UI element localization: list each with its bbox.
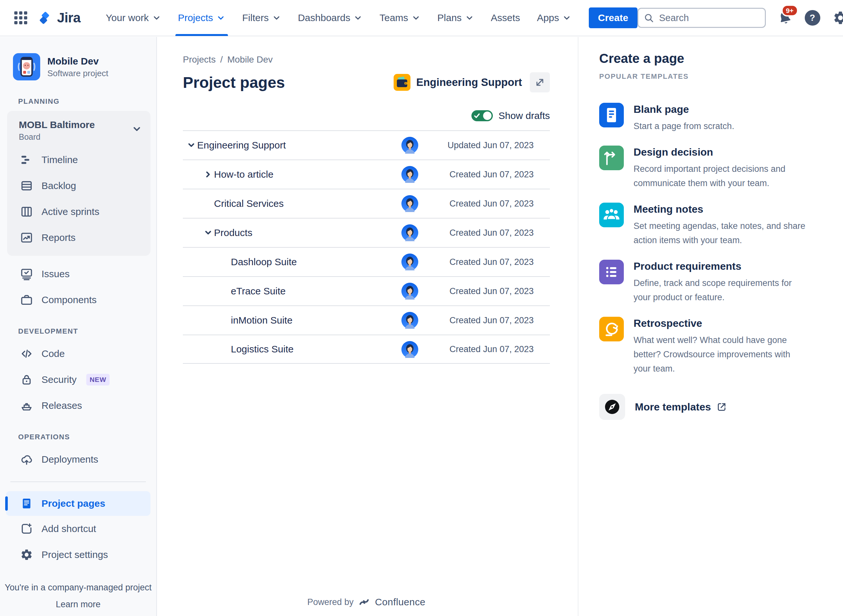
template-product-requirements[interactable]: Product requirements Define, track and s…: [599, 260, 824, 304]
template-title: Retrospective: [633, 317, 806, 330]
show-drafts-toggle[interactable]: [471, 110, 493, 121]
sidebar-item-active-sprints[interactable]: Active sprints: [7, 199, 151, 225]
help-button[interactable]: ?: [805, 10, 820, 26]
new-badge: NEW: [86, 374, 109, 386]
sidebar-divider: [10, 481, 146, 482]
nav-teams[interactable]: Teams: [371, 0, 429, 36]
page-row[interactable]: Dashloop Suite Created Jun 07, 2023: [183, 247, 550, 276]
chevron-down-icon: [272, 13, 281, 22]
sidebar-item-issues[interactable]: Issues: [0, 261, 156, 287]
meeting-notes-icon: [599, 202, 624, 227]
page-name[interactable]: How-to article: [214, 169, 273, 180]
template-list: Blank page Start a page from scratch. De…: [599, 103, 824, 376]
sidebar-item-reports[interactable]: Reports: [7, 225, 151, 251]
nav-assets[interactable]: Assets: [482, 0, 528, 36]
sidebar-item-components[interactable]: Components: [0, 287, 156, 313]
project-sidebar: Mobile Dev Software project PLANNING MOB…: [0, 37, 157, 616]
switch-space-button[interactable]: [530, 72, 550, 92]
template-meeting-notes[interactable]: Meeting notes Set meeting agendas, take …: [599, 202, 824, 247]
lock-icon: [20, 373, 33, 386]
page-author-avatar: [402, 312, 418, 329]
create-button[interactable]: Create: [589, 7, 637, 28]
settings-button[interactable]: [833, 10, 843, 26]
chevron-down-icon: [562, 13, 571, 22]
backlog-icon: [20, 179, 33, 192]
sidebar-item-project-pages[interactable]: Project pages: [6, 491, 151, 516]
nav-apps[interactable]: Apps: [528, 0, 580, 36]
chevron-down-icon[interactable]: [186, 140, 196, 150]
page-date: Created Jun 07, 2023: [449, 199, 534, 209]
nav-your-work[interactable]: Your work: [97, 0, 169, 36]
create-page-panel: Create a page POPULAR TEMPLATES Blank pa…: [578, 37, 843, 616]
page-name[interactable]: Engineering Support: [197, 140, 286, 151]
nav-plans[interactable]: Plans: [429, 0, 482, 36]
page-row[interactable]: Engineering Support Updated Jun 07, 2023: [183, 131, 550, 160]
page-date: Created Jun 07, 2023: [449, 257, 534, 267]
template-blank-page[interactable]: Blank page Start a page from scratch.: [599, 103, 824, 133]
sidebar-item-code[interactable]: Code: [0, 341, 156, 367]
page-name[interactable]: Critical Services: [214, 198, 284, 209]
chevron-down-icon: [412, 13, 421, 22]
template-retrospective[interactable]: Retrospective What went well? What could…: [599, 317, 824, 376]
page-name[interactable]: eTrace Suite: [231, 286, 286, 297]
space-selector: Engineering Support: [394, 72, 550, 92]
template-description: Set meeting agendas, take notes, and sha…: [633, 219, 806, 247]
sidebar-item-timeline[interactable]: Timeline: [7, 147, 151, 173]
chevron-down-icon: [132, 124, 142, 134]
chevron-down-icon[interactable]: [203, 227, 213, 238]
sidebar-item-releases[interactable]: Releases: [0, 393, 156, 418]
page-row[interactable]: inMotion Suite Created Jun 07, 2023: [183, 305, 550, 334]
sidebar-item-deployments[interactable]: Deployments: [0, 446, 156, 472]
chevron-down-icon: [465, 13, 474, 22]
confluence-wordmark[interactable]: Confluence: [375, 597, 425, 607]
gear-icon: [20, 548, 33, 561]
project-avatar: [13, 53, 40, 81]
page-date: Updated Jun 07, 2023: [447, 140, 534, 150]
app-switcher-icon[interactable]: [14, 11, 27, 24]
learn-more-link[interactable]: Learn more: [0, 600, 156, 610]
chevron-right-icon[interactable]: [203, 169, 213, 180]
powered-by-text: Powered by: [307, 597, 354, 607]
chevron-down-icon: [216, 13, 225, 22]
more-templates-link[interactable]: More templates: [599, 394, 824, 420]
sidebar-item-add-shortcut[interactable]: Add shortcut: [0, 516, 156, 542]
sidebar-item-project-settings[interactable]: Project settings: [0, 542, 156, 568]
ship-icon: [20, 399, 33, 412]
section-planning: PLANNING: [18, 97, 156, 106]
sidebar-item-backlog[interactable]: Backlog: [7, 173, 151, 199]
breadcrumb-projects[interactable]: Projects: [183, 54, 216, 65]
page-date: Created Jun 07, 2023: [449, 315, 534, 326]
search-input[interactable]: [658, 12, 760, 24]
gear-icon: [833, 10, 843, 26]
page-row[interactable]: Logistics Suite Created Jun 07, 2023: [183, 334, 550, 364]
blank-page-icon: [599, 103, 624, 128]
page-date: Created Jun 07, 2023: [449, 344, 534, 354]
template-title: Design decision: [633, 145, 806, 158]
page-name[interactable]: Dashloop Suite: [231, 257, 297, 267]
page-row[interactable]: eTrace Suite Created Jun 07, 2023: [183, 276, 550, 305]
swap-arrows-icon: [534, 76, 546, 88]
template-design-decision[interactable]: Design decision Record important project…: [599, 145, 824, 190]
nav-filters[interactable]: Filters: [234, 0, 290, 36]
notifications-button[interactable]: 9+: [777, 10, 792, 25]
jira-wordmark: Jira: [57, 10, 81, 26]
page-row[interactable]: Products Created Jun 07, 2023: [183, 218, 550, 247]
template-description: Start a page from scratch.: [633, 119, 806, 133]
external-link-icon: [716, 401, 727, 412]
board-switcher[interactable]: MOBL Baltimore Board: [7, 118, 151, 147]
page-name[interactable]: Logistics Suite: [231, 344, 293, 355]
nav-dashboards[interactable]: Dashboards: [290, 0, 371, 36]
page-author-avatar: [402, 283, 418, 299]
jira-logo[interactable]: Jira: [38, 10, 81, 26]
page-author-avatar: [402, 341, 418, 358]
design-decision-icon: [599, 145, 624, 170]
page-row[interactable]: Critical Services Created Jun 07, 2023: [183, 189, 550, 218]
sidebar-item-security[interactable]: Security NEW: [0, 367, 156, 393]
page-name[interactable]: inMotion Suite: [231, 315, 292, 326]
page-row[interactable]: How-to article Created Jun 07, 2023: [183, 160, 550, 189]
search-box[interactable]: [638, 8, 766, 28]
page-name[interactable]: Products: [214, 227, 252, 238]
breadcrumb-mobile-dev[interactable]: Mobile Dev: [227, 54, 273, 65]
jira-logo-icon: [38, 10, 53, 26]
nav-projects[interactable]: Projects: [170, 0, 234, 36]
